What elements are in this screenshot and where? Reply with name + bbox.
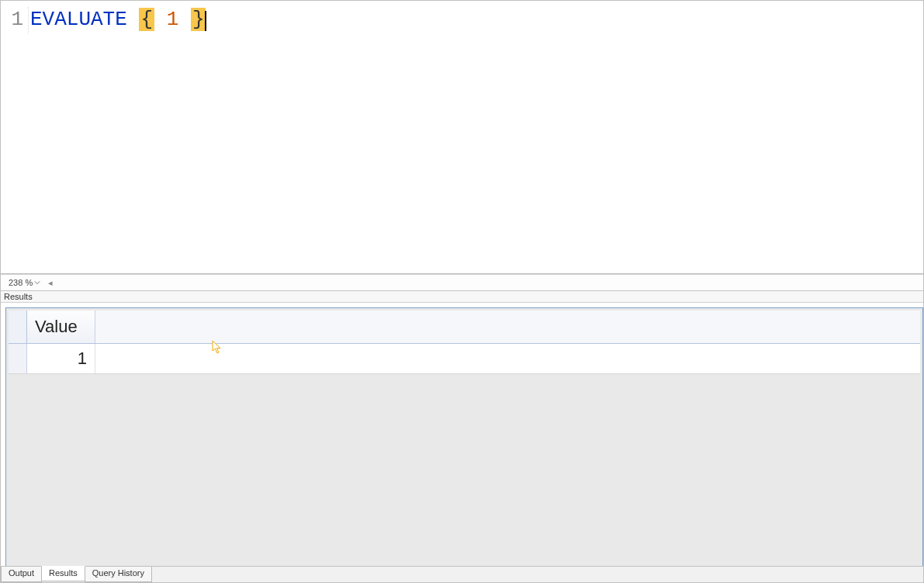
line-number: 1	[11, 8, 23, 31]
scroll-left-icon[interactable]: ◂	[43, 278, 53, 288]
code-line[interactable]: EVALUATE { 1 }	[29, 7, 206, 33]
row-header[interactable]	[9, 344, 27, 373]
tab-results[interactable]: Results	[41, 566, 85, 581]
tab-output[interactable]: Output	[1, 567, 42, 582]
line-number-gutter: 1	[5, 7, 29, 33]
token-keyword: EVALUATE	[30, 8, 127, 31]
zoom-dropdown[interactable]: 238 %	[9, 278, 40, 287]
editor-zoom-bar: 238 % ◂	[1, 274, 923, 291]
code-area[interactable]: 1 EVALUATE { 1 }	[1, 1, 923, 33]
column-header[interactable]: Value	[27, 311, 95, 343]
chevron-down-icon	[34, 279, 40, 286]
zoom-value: 238 %	[9, 278, 33, 287]
query-editor[interactable]: 1 EVALUATE { 1 }	[1, 1, 923, 274]
grid-cell[interactable]: 1	[27, 344, 95, 373]
bottom-tab-bar: Output Results Query History	[1, 566, 923, 582]
grid-header-row: Value	[9, 311, 920, 344]
results-grid[interactable]: Value 1	[9, 311, 920, 566]
token-open-brace: {	[139, 8, 154, 31]
results-panel-label: Results	[1, 291, 923, 303]
grid-corner-cell[interactable]	[9, 311, 27, 343]
results-grid-container: Value 1	[5, 307, 923, 566]
text-cursor	[205, 11, 206, 31]
token-close-brace: }	[191, 8, 206, 31]
token-number: 1	[167, 8, 179, 31]
tab-query-history[interactable]: Query History	[85, 567, 152, 582]
grid-body: 1	[9, 344, 920, 566]
table-row[interactable]: 1	[9, 344, 920, 374]
results-panel: Value 1	[1, 303, 923, 566]
